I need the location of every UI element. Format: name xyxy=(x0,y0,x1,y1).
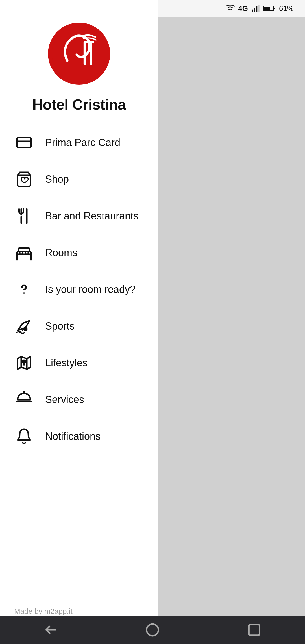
lifestyles-label: Lifestyles xyxy=(45,357,88,369)
network-label: 4G xyxy=(238,4,248,13)
menu-item-shop[interactable]: Shop xyxy=(0,161,158,198)
svg-rect-17 xyxy=(20,251,23,254)
menu-item-bar-restaurants[interactable]: Bar and Restaurants xyxy=(0,198,158,234)
navigation-drawer: Hotel Cristina Prima Parc Card xyxy=(0,0,158,644)
svg-rect-6 xyxy=(264,7,270,10)
sports-icon xyxy=(14,316,34,336)
room-ready-label: Is your room ready? xyxy=(45,284,136,295)
menu-item-notifications[interactable]: Notifications xyxy=(0,418,158,455)
sports-label: Sports xyxy=(45,320,75,332)
menu-item-sports[interactable]: Sports xyxy=(0,308,158,345)
svg-rect-1 xyxy=(254,8,255,12)
fork-knife-icon xyxy=(14,206,34,226)
menu-item-prima-parc-card[interactable]: Prima Parc Card xyxy=(0,124,158,161)
notifications-label: Notifications xyxy=(45,430,101,442)
signal-icon xyxy=(251,4,260,13)
svg-point-30 xyxy=(23,391,25,393)
map-pin-icon xyxy=(14,353,34,373)
menu-list: Prima Parc Card Shop xyxy=(0,124,158,599)
menu-item-services[interactable]: Services xyxy=(0,381,158,418)
bell-service-icon xyxy=(14,390,34,410)
menu-item-room-ready[interactable]: Is your room ready? xyxy=(0,271,158,308)
recents-button[interactable] xyxy=(243,619,265,641)
svg-point-19 xyxy=(24,293,25,293)
battery-level: 61% xyxy=(279,4,294,13)
hotel-name: Hotel Cristina xyxy=(0,93,158,124)
svg-rect-2 xyxy=(256,6,257,12)
rooms-label: Rooms xyxy=(45,247,77,259)
svg-rect-18 xyxy=(25,251,28,254)
navigation-bar xyxy=(0,616,305,644)
bed-icon xyxy=(14,243,34,263)
svg-rect-32 xyxy=(249,625,260,635)
wifi-icon xyxy=(226,4,235,13)
logo-area xyxy=(0,0,158,93)
prima-parc-card-label: Prima Parc Card xyxy=(45,137,120,149)
svg-point-31 xyxy=(147,624,158,636)
shop-icon xyxy=(14,169,34,189)
bar-restaurants-label: Bar and Restaurants xyxy=(45,210,138,222)
menu-item-lifestyles[interactable]: Lifestyles xyxy=(0,345,158,381)
svg-rect-11 xyxy=(17,138,31,148)
logo-svg xyxy=(51,25,107,82)
question-icon xyxy=(14,280,34,299)
svg-rect-5 xyxy=(274,8,275,9)
home-button[interactable] xyxy=(141,619,164,641)
status-icons: 4G 61% xyxy=(226,4,294,13)
svg-rect-3 xyxy=(258,5,260,12)
bell-icon xyxy=(14,427,34,446)
battery-icon xyxy=(263,4,276,13)
card-icon xyxy=(14,133,34,153)
back-button[interactable] xyxy=(40,619,62,641)
footer-text: Made by m2app.it xyxy=(14,607,73,615)
shop-label: Shop xyxy=(45,173,69,185)
svg-rect-0 xyxy=(252,10,253,12)
hotel-logo xyxy=(48,23,110,85)
menu-item-rooms[interactable]: Rooms xyxy=(0,234,158,271)
services-label: Services xyxy=(45,394,84,406)
